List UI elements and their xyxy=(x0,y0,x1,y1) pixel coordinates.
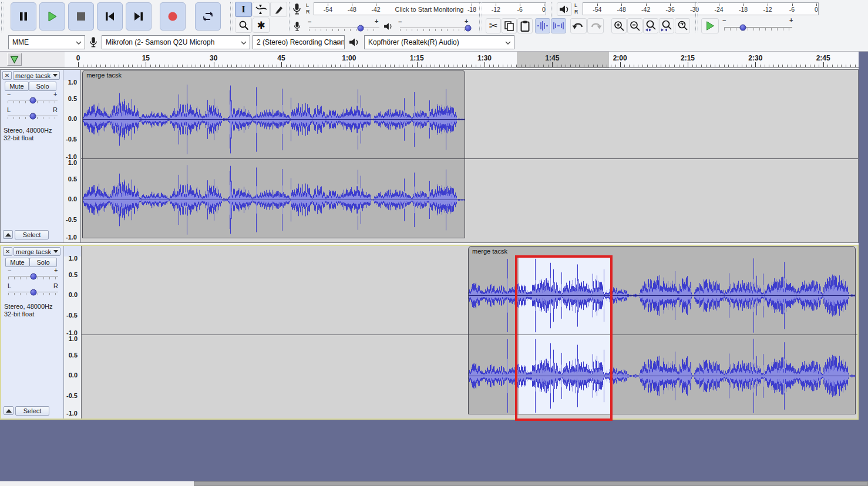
play-meter-speaker-button[interactable] xyxy=(557,2,572,16)
monitor-hint[interactable]: Click to Start Monitoring xyxy=(395,6,464,13)
waveform-canvas[interactable] xyxy=(83,161,465,238)
record-volume-min: − xyxy=(308,18,311,25)
pan-slider[interactable] xyxy=(8,292,58,292)
zoom-tool-button[interactable] xyxy=(235,18,252,33)
mute-button[interactable]: Mute xyxy=(5,258,29,267)
timeline-tick xyxy=(773,65,774,67)
track-title-menu[interactable]: merge tacsk xyxy=(13,71,60,80)
record-volume-slider[interactable] xyxy=(309,28,379,28)
mute-button[interactable]: Mute xyxy=(5,82,29,91)
horizontal-scrollbar[interactable] xyxy=(0,481,868,486)
timeline-tick xyxy=(322,65,322,67)
timeline-tick xyxy=(819,65,819,67)
toolbar-grip[interactable] xyxy=(479,2,482,32)
zoom-toggle-button[interactable] xyxy=(675,18,690,33)
select-track-button[interactable]: Select xyxy=(15,406,49,416)
gain-thumb[interactable] xyxy=(29,97,36,103)
multi-tool-icon: ✱ xyxy=(257,19,265,32)
zoom-to-selection-button[interactable] xyxy=(643,18,658,33)
playback-meter[interactable]: -54-48-42-36-30-24-18-12-60 xyxy=(583,2,819,15)
timeline-ruler[interactable]: 01530451:001:151:301:452:002:152:302:45 xyxy=(0,52,859,68)
undo-button[interactable] xyxy=(570,18,587,33)
stop-button[interactable] xyxy=(68,2,94,31)
pan-thumb[interactable] xyxy=(29,113,36,119)
track-close-button[interactable]: ✕ xyxy=(3,247,12,256)
pause-button[interactable] xyxy=(11,2,36,31)
track-2-wave-area[interactable]: merge tacsk xyxy=(82,246,857,419)
clip-title[interactable]: merge tacsk xyxy=(472,248,507,255)
record-button[interactable] xyxy=(160,2,186,31)
play-volume-slider[interactable] xyxy=(400,28,469,28)
collapse-track-button[interactable] xyxy=(3,230,13,239)
recording-device-dropdown[interactable]: Mikrofon (2- Samson Q2U Microph xyxy=(102,35,250,49)
collapse-track-button[interactable] xyxy=(4,406,14,415)
draw-tool-button[interactable] xyxy=(270,2,287,17)
track-2-vertical-ruler[interactable]: 1.00.50.0-0.5-1.01.00.50.0-0.5-1.0 xyxy=(64,246,82,419)
selection-tool-button[interactable]: I xyxy=(235,2,252,17)
timeline-tick xyxy=(706,65,706,67)
horizontal-scrollbar-thumb[interactable] xyxy=(194,481,868,486)
timeline-tick xyxy=(426,65,426,67)
recording-device-value: Mikrofon (2- Samson Q2U Microph xyxy=(106,38,214,46)
timeline-tick xyxy=(539,65,539,67)
audio-clip[interactable]: merge tacsk xyxy=(82,70,465,238)
recording-channels-dropdown[interactable]: 2 (Stereo) Recording Chann xyxy=(253,35,345,49)
timeline-tick xyxy=(349,62,349,67)
pinned-play-head-button[interactable] xyxy=(7,53,22,66)
envelope-icon xyxy=(255,4,267,15)
play-volume-thumb[interactable] xyxy=(465,25,472,31)
timeline-tick xyxy=(191,65,191,67)
trim-audio-button[interactable] xyxy=(535,18,550,33)
toolbar-grip[interactable] xyxy=(1,2,4,32)
track-1-wave-area[interactable]: merge tacsk xyxy=(81,70,858,242)
pan-thumb[interactable] xyxy=(30,289,36,295)
recording-meter[interactable]: Click to Start Monitoring -54-48-42-18-1… xyxy=(314,2,546,15)
gain-slider[interactable] xyxy=(8,276,58,276)
mute-label: Mute xyxy=(9,83,23,90)
paste-button[interactable] xyxy=(517,18,533,33)
track-close-button[interactable]: ✕ xyxy=(2,71,12,80)
fit-project-button[interactable] xyxy=(659,18,674,33)
copy-button[interactable] xyxy=(502,18,517,33)
gain-thumb[interactable] xyxy=(30,273,36,279)
track-1-vertical-ruler[interactable]: 1.00.50.0-0.5-1.01.00.50.0-0.5-1.0 xyxy=(63,70,81,242)
record-meter-mic-button[interactable] xyxy=(292,3,302,15)
toolbar-grip[interactable] xyxy=(695,2,698,32)
pan-slider[interactable] xyxy=(8,116,58,116)
redo-button[interactable] xyxy=(587,18,604,33)
skip-to-end-button[interactable] xyxy=(126,2,152,31)
play-speed-thumb[interactable] xyxy=(740,24,746,31)
timeline-tick xyxy=(738,65,738,67)
toolbar-grip[interactable] xyxy=(289,2,291,32)
solo-button[interactable]: Solo xyxy=(29,258,57,267)
meter-tick-label: -36 xyxy=(666,6,675,13)
play-at-speed-button[interactable] xyxy=(701,18,719,33)
clip-title[interactable]: merge tacsk xyxy=(86,72,122,79)
toolbar-grip[interactable] xyxy=(230,2,233,32)
track-title-menu[interactable]: merge tacsk xyxy=(14,247,60,256)
timeline-tick xyxy=(579,65,580,67)
record-volume-thumb[interactable] xyxy=(357,25,364,31)
playback-device-dropdown[interactable]: Kopfhörer (Realtek(R) Audio) xyxy=(364,35,514,49)
zoom-out-button[interactable] xyxy=(627,18,642,33)
gain-slider[interactable] xyxy=(8,100,58,100)
multi-tool-button[interactable]: ✱ xyxy=(253,18,270,33)
silence-audio-button[interactable] xyxy=(551,18,566,33)
timeline-label: 2:30 xyxy=(748,54,762,62)
audacity-window: I ✱ L R Click to Start Monitoring -54-48… xyxy=(0,0,868,486)
skip-to-start-button[interactable] xyxy=(97,2,123,31)
waveform-canvas[interactable] xyxy=(83,81,465,158)
cut-button[interactable]: ✂ xyxy=(486,18,501,33)
play-speed-slider[interactable] xyxy=(724,27,792,28)
zoom-in-button[interactable] xyxy=(611,18,627,33)
timeline-tick xyxy=(624,65,625,67)
envelope-tool-button[interactable] xyxy=(253,2,270,17)
loop-button[interactable] xyxy=(195,2,221,31)
play-button[interactable] xyxy=(39,2,65,31)
timeline-label: 2:00 xyxy=(613,54,627,62)
timeline-tick xyxy=(823,62,824,67)
audio-host-dropdown[interactable]: MME xyxy=(8,35,85,49)
solo-button[interactable]: Solo xyxy=(29,82,56,91)
timeline-tick xyxy=(281,62,282,67)
select-track-button[interactable]: Select xyxy=(15,230,49,239)
